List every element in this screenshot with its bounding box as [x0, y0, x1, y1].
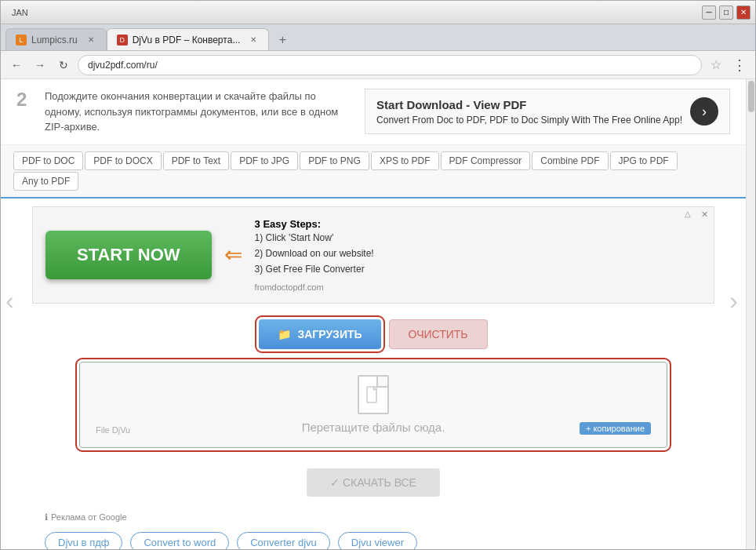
upload-button[interactable]: 📁 ЗАГРУЗИТЬ: [259, 319, 380, 349]
footer-link-djvu-viewer[interactable]: Djvu viewer: [338, 532, 417, 549]
nav-bar: ← → ↻ ☆ ⋮: [1, 51, 755, 79]
upload-icon: 📁: [278, 328, 291, 341]
right-arrow[interactable]: ›: [729, 286, 738, 315]
google-ads-label: ℹ Реклама от Google: [32, 509, 714, 526]
title-bar: JAN ─ □ ✕: [1, 1, 755, 24]
google-ads-text: Реклама от Google: [51, 512, 127, 522]
ad-cta-button[interactable]: ›: [690, 97, 718, 126]
ad-banner: START NOW ⇐ 3 Easy Steps: 1) Click 'Star…: [32, 206, 714, 304]
copy-badge[interactable]: + копирование: [580, 422, 651, 435]
tab-close-djvu[interactable]: ✕: [248, 35, 259, 46]
refresh-button[interactable]: ↻: [54, 56, 73, 75]
ad-block-text: Start Download - View PDF Convert From D…: [376, 98, 682, 126]
tab-favicon-lumpics: L: [16, 35, 27, 46]
title-bar-label: JAN: [12, 8, 28, 17]
browser-window: JAN ─ □ ✕ L Lumpics.ru ✕ D DjVu в PDF – …: [0, 0, 756, 550]
ad-close-icon[interactable]: ✕: [701, 209, 708, 220]
ad-info-icon[interactable]: △: [685, 209, 691, 218]
nav-links: PDF to DOC PDF to DOCX PDF to Text PDF t…: [1, 145, 746, 199]
title-bar-buttons: ─ □ ✕: [702, 5, 751, 20]
step-text: Подождите окончания конвертации и скачай…: [45, 89, 355, 135]
upload-button-label: ЗАГРУЗИТЬ: [297, 328, 362, 341]
ad-steps-container: 3 Easy Steps: 1) Click 'Start Now' 2) Do…: [255, 218, 374, 292]
bookmark-icon[interactable]: ☆: [707, 56, 725, 75]
step-banner: 2 Подождите окончания конвертации и скач…: [1, 79, 746, 145]
ad-block: Start Download - View PDF Convert From D…: [365, 89, 730, 134]
ad-inner: START NOW ⇐ 3 Easy Steps: 1) Click 'Star…: [32, 206, 714, 304]
nav-link-combine-pdf[interactable]: Combine PDF: [532, 151, 608, 170]
file-svg-icon: [365, 385, 381, 404]
ad-domain: fromdoctopdf.com: [255, 282, 374, 292]
new-tab-button[interactable]: +: [272, 30, 293, 50]
page-with-scroll: 2 Подождите окончания конвертации и скач…: [1, 79, 755, 549]
upload-area: 📁 ЗАГРУЗИТЬ ОЧИСТИТЬ Пер: [32, 311, 714, 456]
footer-link-converter-djvu[interactable]: Converter djvu: [237, 532, 330, 549]
tab-label-lumpics: Lumpics.ru: [31, 35, 78, 46]
ad-title: Start Download - View PDF: [376, 98, 682, 111]
scrollbar[interactable]: [746, 79, 755, 549]
scrollbar-thumb[interactable]: [748, 81, 754, 112]
footer-links: Djvu в пдф Convert to word Converter djv…: [32, 526, 714, 549]
nav-link-pdf-to-docx[interactable]: PDF to DOCX: [85, 151, 161, 170]
ad-text: Convert From Doc to PDF, PDF to Doc Simp…: [376, 115, 682, 126]
forward-button[interactable]: →: [31, 56, 49, 75]
ad-arrow-icon: ⇐: [224, 242, 242, 268]
tab-djvu[interactable]: D DjVu в PDF – Конвертa... ✕: [107, 28, 270, 50]
ad-step1: 1) Click 'Start Now': [255, 230, 374, 246]
nav-link-pdf-to-png[interactable]: PDF to PNG: [300, 151, 369, 170]
address-bar[interactable]: [78, 55, 702, 75]
upload-buttons: 📁 ЗАГРУЗИТЬ ОЧИСТИТЬ: [71, 319, 675, 349]
step-number: 2: [16, 89, 35, 111]
nav-link-pdf-to-text[interactable]: PDF to Text: [163, 151, 229, 170]
tab-label-djvu: DjVu в PDF – Конвертa...: [133, 35, 241, 46]
ad-step3: 3) Get Free File Converter: [255, 261, 374, 277]
tab-bar: L Lumpics.ru ✕ D DjVu в PDF – Конвертa..…: [1, 24, 755, 51]
start-now-button[interactable]: START NOW: [45, 231, 212, 279]
download-all-button[interactable]: ✓ СКАЧАТЬ ВСЕ: [307, 468, 440, 497]
clear-button[interactable]: ОЧИСТИТЬ: [389, 319, 488, 349]
ad-steps-title: 3 Easy Steps:: [255, 218, 374, 230]
download-all-container: ✓ СКАЧАТЬ ВСЕ: [32, 468, 714, 497]
maximize-button[interactable]: □: [719, 5, 733, 20]
nav-link-any-to-pdf[interactable]: Any to PDF: [13, 172, 78, 191]
footer-link-djvu-pdf[interactable]: Djvu в пдф: [45, 532, 122, 549]
file-icon: [358, 375, 389, 414]
page-content: 2 Подождите окончания конвертации и скач…: [1, 79, 746, 549]
content-wrapper: ‹ › START NOW ⇐ 3 Easy Steps: 1) Click '…: [1, 206, 746, 550]
tab-favicon-djvu: D: [117, 35, 128, 46]
drop-zone[interactable]: Перетащите файлы сюда. File DjVu + копир…: [79, 362, 667, 448]
nav-link-jpg-to-pdf[interactable]: JPG to PDF: [610, 151, 678, 170]
nav-link-xps-to-pdf[interactable]: XPS to PDF: [371, 151, 439, 170]
nav-link-pdf-to-jpg[interactable]: PDF to JPG: [231, 151, 298, 170]
file-type-label: File DjVu: [96, 425, 130, 435]
menu-icon[interactable]: ⋮: [730, 56, 749, 75]
tab-close-lumpics[interactable]: ✕: [85, 35, 96, 46]
minimize-button[interactable]: ─: [702, 5, 716, 20]
close-button[interactable]: ✕: [736, 5, 751, 20]
nav-link-pdf-to-doc[interactable]: PDF to DOC: [13, 151, 83, 170]
google-info-icon: ℹ: [45, 512, 48, 523]
footer-link-convert-word[interactable]: Convert to word: [130, 532, 229, 549]
tab-lumpics[interactable]: L Lumpics.ru ✕: [5, 28, 107, 50]
nav-link-pdf-compressor[interactable]: PDF Compressor: [441, 151, 531, 170]
drop-text: Перетащите файлы сюда.: [302, 421, 445, 434]
left-arrow[interactable]: ‹: [5, 286, 14, 315]
back-button[interactable]: ←: [7, 56, 26, 75]
ad-step2: 2) Download on our website!: [255, 246, 374, 261]
